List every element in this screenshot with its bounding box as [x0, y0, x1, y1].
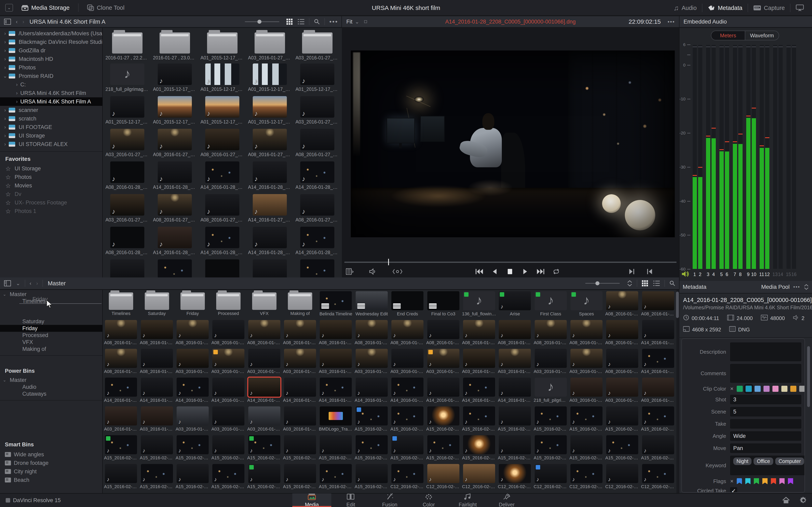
storage-clip-thumb[interactable]: ♪ — [300, 96, 334, 118]
disclosure-icon[interactable]: › — [2, 124, 8, 130]
disclosure-icon[interactable]: › — [2, 142, 8, 147]
viewer-options-icon[interactable]: ••• — [668, 19, 675, 25]
pool-grid-view-icon[interactable] — [639, 278, 651, 289]
tab-media-storage[interactable]: Media Storage — [18, 0, 73, 16]
pool-clip-thumb[interactable]: ♪ — [356, 406, 388, 426]
disclosure-icon[interactable]: › — [2, 65, 8, 70]
storage-clip-folder-icon[interactable] — [112, 33, 143, 54]
gear-icon[interactable] — [799, 496, 808, 504]
pool-clip-thumb[interactable]: ♪ — [427, 406, 459, 426]
pool-thumb-size-slider[interactable] — [585, 283, 620, 284]
pool-clip-thumb[interactable]: ♪ — [570, 320, 603, 339]
page-tab-edit[interactable]: Edit — [331, 493, 370, 507]
thumbnail-size-slider[interactable] — [245, 21, 279, 22]
storage-tree-item[interactable]: ›URSA Mini 4.6K Short Film — [0, 89, 102, 97]
pool-clip-thumb[interactable]: ♪ — [606, 378, 638, 397]
bin-item[interactable]: Cutaways — [0, 390, 102, 397]
clip-color-swatch[interactable] — [772, 386, 778, 392]
storage-clip-thumb[interactable]: ♪ — [205, 63, 239, 85]
pool-clip-thumb[interactable]: ♪ — [356, 435, 388, 454]
storage-clip-thumb[interactable] — [253, 260, 287, 277]
pool-clip-thumb[interactable]: ♪ — [570, 435, 603, 454]
disclosure-icon[interactable]: › — [2, 39, 8, 45]
video-frame[interactable] — [351, 51, 675, 237]
tab-clone-tool[interactable]: Clone Tool — [84, 0, 128, 16]
stop-button[interactable] — [505, 266, 515, 277]
flag-swatch[interactable] — [745, 478, 751, 484]
storage-clip-thumb[interactable]: ♪ — [110, 63, 144, 85]
back-button[interactable]: ‹ — [13, 16, 20, 27]
storage-clip-thumb[interactable]: ♪ — [253, 161, 287, 183]
storage-clip-thumb[interactable]: ♪ — [158, 63, 192, 85]
step-back-button[interactable] — [489, 266, 500, 277]
bin-item[interactable]: ⌄Master — [0, 291, 102, 298]
clip-color-swatch[interactable] — [781, 386, 788, 392]
bin-item[interactable]: Making of — [0, 346, 102, 352]
clip-color-swatch[interactable] — [755, 386, 761, 392]
bin-item[interactable]: VFX — [0, 339, 102, 346]
circled-take-checkbox[interactable]: ✓ — [730, 487, 737, 493]
pool-clip-thumb[interactable]: ♪ — [176, 464, 209, 483]
storage-clip-thumb[interactable]: ♪ — [205, 161, 239, 183]
pool-clip-thumb[interactable]: ♪ — [606, 435, 638, 454]
pool-clip-thumb[interactable]: ♪ — [320, 320, 352, 339]
field-input[interactable] — [730, 343, 801, 361]
clear-selection-button[interactable]: × — [730, 386, 733, 392]
pool-clip-thumb[interactable]: ♪ — [248, 406, 281, 426]
pool-clip-thumb[interactable]: ♪ — [391, 378, 423, 397]
pool-clip-thumb[interactable]: ♪ — [463, 291, 495, 310]
pool-clip-folder-icon[interactable] — [288, 292, 312, 310]
storage-tree-item[interactable]: ›UI Storage — [0, 131, 102, 140]
pool-list-view-icon[interactable] — [651, 278, 662, 289]
bin-item[interactable]: Friday — [0, 325, 102, 332]
storage-tree-item[interactable]: ⌄Promise RAID — [0, 72, 102, 80]
tab-waveform[interactable]: Waveform — [745, 31, 779, 40]
media-pool-label[interactable]: Media Pool — [761, 284, 790, 290]
pool-clip-thumb[interactable]: ♪ — [212, 349, 244, 368]
pool-clip-thumb[interactable]: ♪ — [176, 349, 209, 368]
pool-clip-thumb[interactable]: ♪ — [284, 435, 316, 454]
storage-clip-thumb[interactable]: ♪ — [158, 129, 192, 150]
storage-clip-thumb[interactable]: ♪ — [253, 227, 287, 248]
pool-clip-thumb[interactable]: ♪ — [105, 378, 137, 397]
pool-clip-thumb[interactable]: ♪ — [320, 464, 352, 483]
pool-clip-thumb[interactable]: ♪ — [535, 320, 567, 339]
disclosure-icon[interactable]: ⌄ — [2, 73, 8, 79]
storage-clip-thumb[interactable]: ♪ — [253, 194, 287, 216]
disclosure-icon[interactable]: › — [2, 31, 8, 36]
pool-clip-thumb[interactable]: ♪ — [141, 464, 173, 483]
bin-back-button[interactable]: ‹ — [27, 278, 34, 289]
meter-speaker-icon[interactable] — [681, 271, 689, 278]
favorite-item[interactable]: ☆Dv — [0, 190, 102, 198]
pool-clip-thumb[interactable]: ♪ — [642, 291, 674, 310]
pool-clip-thumb[interactable]: ♪ — [606, 291, 638, 310]
pool-clip-thumb[interactable]: ♪ — [463, 464, 495, 483]
pool-clip-thumb[interactable]: ♪ — [391, 320, 423, 339]
page-tab-fusion[interactable]: Fusion — [370, 493, 409, 507]
metadata-options-icon[interactable]: ••• — [793, 284, 800, 290]
storage-tree-item[interactable]: ›URSA Mini 4.6K Short Film A — [0, 97, 102, 106]
tab-audio[interactable]: ♫ Audio — [668, 0, 702, 16]
disclosure-icon[interactable]: › — [13, 99, 20, 104]
disclosure-icon[interactable]: › — [2, 107, 8, 113]
pool-clip-thumb[interactable]: ♪ — [391, 349, 423, 368]
pool-clip-thumb[interactable]: ♪ — [141, 406, 173, 426]
storage-clip-thumb[interactable]: ♪ — [300, 194, 334, 216]
tab-meters[interactable]: Meters — [711, 31, 745, 40]
metadata-scrollbar[interactable] — [807, 346, 810, 407]
pool-clip-thumb[interactable]: ♪ — [499, 320, 531, 339]
favorite-item[interactable]: ☆UI Storage — [0, 164, 102, 173]
storage-clip-thumb[interactable]: ♪ — [205, 194, 239, 216]
pool-clip-thumb[interactable]: ♪ — [212, 406, 244, 426]
pool-clip-thumb[interactable]: ♪ — [391, 464, 423, 483]
play-button[interactable] — [520, 266, 530, 277]
pool-clip-thumb[interactable]: ♪ — [463, 349, 495, 368]
flag-swatch[interactable] — [737, 478, 742, 484]
tab-metadata[interactable]: Metadata — [702, 0, 748, 16]
pool-clip-thumb[interactable]: ♪ — [105, 406, 137, 426]
pool-clip-thumb[interactable]: ♪ — [176, 435, 209, 454]
smart-bin-item[interactable]: Beach — [0, 476, 102, 484]
pool-clip-thumb[interactable]: ♪ — [463, 320, 495, 339]
storage-clip-thumb[interactable]: ♪ — [205, 227, 239, 248]
pool-clip-thumb[interactable]: ♪ — [284, 464, 316, 483]
